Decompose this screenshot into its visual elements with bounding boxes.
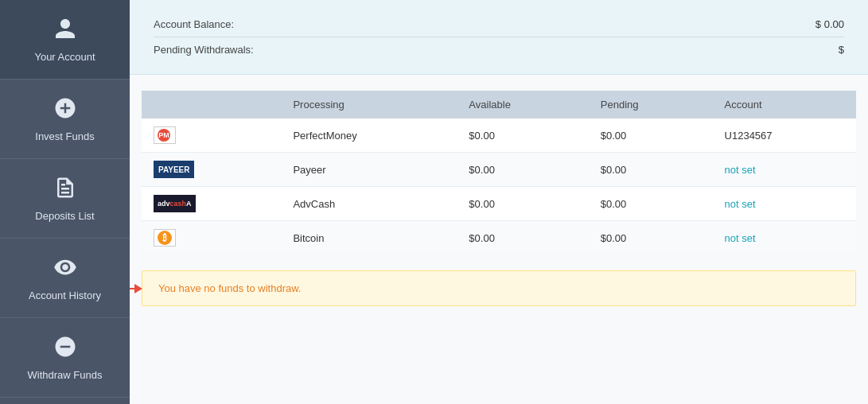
- table-row: PM PerfectMoney $0.00 $0.00 U1234567: [142, 118, 856, 153]
- bitcoin-badge: ₿: [154, 229, 176, 247]
- col-header-pending: Pending: [589, 91, 713, 118]
- table-row: PAYEER Payeer $0.00 $0.00 not set: [142, 153, 856, 187]
- cell-logo-bitcoin: ₿: [142, 221, 281, 255]
- sidebar-item-account-history[interactable]: Account History: [0, 239, 130, 318]
- not-set-link-advcash[interactable]: not set: [725, 198, 756, 210]
- cell-name-perfectmoney: PerfectMoney: [281, 118, 457, 153]
- cell-logo-perfectmoney: PM: [142, 118, 281, 153]
- cell-available-bitcoin: $0.00: [457, 221, 588, 255]
- col-header-processing: Processing: [281, 91, 457, 118]
- minus-circle-icon: [53, 335, 77, 363]
- document-icon: [53, 176, 77, 204]
- cell-pending-perfectmoney: $0.00: [589, 118, 713, 153]
- account-balance-label: Account Balance:: [154, 18, 234, 30]
- person-icon: [53, 17, 77, 45]
- account-balance-value: $ 0.00: [815, 18, 844, 30]
- warning-box: You have no funds to withdraw.: [142, 270, 856, 306]
- table-header-row: Processing Available Pending Account: [142, 91, 856, 118]
- cell-logo-payeer: PAYEER: [142, 153, 281, 187]
- cell-available-perfectmoney: $0.00: [457, 118, 588, 153]
- cell-logo-advcash: advcash A: [142, 187, 281, 221]
- main-content: Account Balance: $ 0.00 Pending Withdraw…: [130, 0, 868, 404]
- not-set-link-bitcoin[interactable]: not set: [725, 232, 756, 244]
- cell-pending-payeer: $0.00: [589, 153, 713, 187]
- cell-pending-bitcoin: $0.00: [589, 221, 713, 255]
- arrow-indicator: [130, 284, 142, 293]
- cell-account-bitcoin: not set: [713, 221, 856, 255]
- eye-icon: [53, 255, 77, 283]
- warning-section: You have no funds to withdraw.: [130, 262, 868, 318]
- warning-message: You have no funds to withdraw.: [158, 282, 301, 294]
- sidebar-item-label-account-history: Account History: [29, 289, 101, 301]
- sidebar-item-invest-funds[interactable]: Invest Funds: [0, 80, 130, 159]
- cell-name-advcash: AdvCash: [281, 187, 457, 221]
- table-row: advcash A AdvCash $0.00 $0.00 not set: [142, 187, 856, 221]
- cell-name-bitcoin: Bitcoin: [281, 221, 457, 255]
- processing-table: Processing Available Pending Account PM …: [142, 91, 856, 254]
- cell-account-advcash: not set: [713, 187, 856, 221]
- payeer-badge: PAYEER: [154, 161, 194, 178]
- cell-account-payeer: not set: [713, 153, 856, 187]
- cell-available-payeer: $0.00: [457, 153, 588, 187]
- pending-withdrawals-row: Pending Withdrawals: $: [154, 37, 844, 62]
- sidebar-item-withdraw-funds[interactable]: Withdraw Funds: [0, 318, 130, 398]
- balance-section: Account Balance: $ 0.00 Pending Withdraw…: [130, 0, 868, 75]
- pending-withdrawals-label: Pending Withdrawals:: [154, 44, 254, 56]
- plus-circle-icon: [53, 96, 77, 124]
- col-header-logo: [142, 91, 281, 118]
- arrow-head: [134, 284, 142, 293]
- sidebar-item-label-your-account: Your Account: [34, 51, 95, 63]
- not-set-link-payeer[interactable]: not set: [725, 164, 756, 176]
- cell-pending-advcash: $0.00: [589, 187, 713, 221]
- perfectmoney-badge: PM: [154, 126, 176, 144]
- pending-withdrawals-value: $: [839, 44, 844, 56]
- sidebar-item-deposits-list[interactable]: Deposits List: [0, 159, 130, 239]
- sidebar-item-label-invest-funds: Invest Funds: [35, 130, 94, 142]
- cell-available-advcash: $0.00: [457, 187, 588, 221]
- processing-table-section: Processing Available Pending Account PM …: [130, 75, 868, 262]
- table-row: ₿ Bitcoin $0.00 $0.00 not set: [142, 221, 856, 255]
- cell-name-payeer: Payeer: [281, 153, 457, 187]
- sidebar: Your Account Invest Funds Deposits List …: [0, 0, 130, 404]
- sidebar-item-label-withdraw-funds: Withdraw Funds: [28, 369, 103, 381]
- cell-account-perfectmoney: U1234567: [713, 118, 856, 153]
- sidebar-item-your-account[interactable]: Your Account: [0, 0, 130, 80]
- advcash-badge: advcash A: [154, 195, 196, 212]
- col-header-account: Account: [713, 91, 856, 118]
- account-balance-row: Account Balance: $ 0.00: [154, 12, 844, 37]
- col-header-available: Available: [457, 91, 588, 118]
- sidebar-item-label-deposits-list: Deposits List: [35, 210, 94, 222]
